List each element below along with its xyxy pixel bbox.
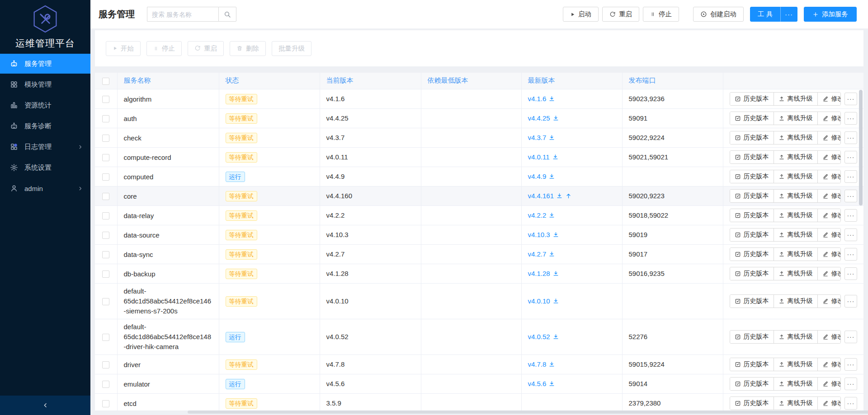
latest-version-link[interactable]: v4.3.7	[528, 131, 556, 144]
history-versions-button[interactable]: 历史版本	[730, 151, 774, 163]
modify-button[interactable]: 修改	[818, 209, 841, 222]
offline-upgrade-button[interactable]: 离线升级	[774, 131, 818, 144]
offline-upgrade-button[interactable]: 离线升级	[774, 267, 818, 280]
row-more-button[interactable]: ···	[844, 151, 857, 163]
row-more-button[interactable]: ···	[844, 112, 857, 125]
modify-button[interactable]: 修改	[818, 190, 841, 202]
latest-version-link[interactable]: v4.4.25	[528, 112, 559, 125]
offline-upgrade-button[interactable]: 离线升级	[774, 358, 818, 371]
download-icon[interactable]	[548, 361, 555, 368]
history-versions-button[interactable]: 历史版本	[730, 93, 774, 105]
latest-version-link[interactable]: v4.5.6	[528, 378, 556, 390]
latest-version-link[interactable]: v4.0.11	[528, 151, 559, 163]
row-checkbox[interactable]	[102, 135, 109, 142]
row-checkbox[interactable]	[102, 334, 109, 341]
offline-upgrade-button[interactable]: 离线升级	[774, 112, 818, 125]
modify-button[interactable]: 修改	[818, 358, 841, 371]
restart-button[interactable]: 重启	[602, 7, 639, 22]
offline-upgrade-button[interactable]: 离线升级	[774, 228, 818, 241]
download-icon[interactable]	[548, 251, 555, 257]
row-more-button[interactable]: ···	[844, 190, 857, 202]
row-more-button[interactable]: ···	[844, 267, 857, 280]
latest-version-link[interactable]: v4.2.7	[528, 248, 556, 261]
history-versions-button[interactable]: 历史版本	[730, 295, 774, 308]
history-versions-button[interactable]: 历史版本	[730, 228, 774, 241]
row-checkbox[interactable]	[102, 381, 109, 388]
row-more-button[interactable]: ···	[844, 209, 857, 222]
row-checkbox[interactable]	[102, 173, 109, 181]
latest-version-link[interactable]: v4.0.52	[528, 331, 559, 343]
modify-button[interactable]: 修改	[818, 378, 841, 390]
modify-button[interactable]: 修改	[818, 228, 841, 241]
bulk-restart-button[interactable]: 重启	[188, 41, 224, 56]
row-more-button[interactable]: ···	[844, 295, 857, 308]
offline-upgrade-button[interactable]: 离线升级	[774, 397, 818, 410]
history-versions-button[interactable]: 历史版本	[730, 397, 774, 410]
bulk-start-button[interactable]: 开始	[106, 41, 141, 56]
row-checkbox[interactable]	[102, 212, 109, 219]
latest-version-link[interactable]: v4.1.28	[528, 267, 559, 280]
row-more-button[interactable]: ···	[844, 358, 857, 371]
modify-button[interactable]: 修改	[818, 248, 841, 261]
bulk-stop-button[interactable]: 停止	[146, 41, 182, 56]
row-more-button[interactable]: ···	[844, 170, 857, 183]
history-versions-button[interactable]: 历史版本	[730, 190, 774, 202]
sidebar-item-service-diagnosis[interactable]: 服务诊断	[0, 116, 90, 136]
offline-upgrade-button[interactable]: 离线升级	[774, 209, 818, 222]
search-input[interactable]	[147, 7, 218, 22]
download-icon[interactable]	[552, 270, 559, 277]
offline-upgrade-button[interactable]: 离线升级	[774, 378, 818, 390]
sidebar-item-module-management[interactable]: 模块管理	[0, 75, 90, 94]
download-icon[interactable]	[548, 380, 555, 387]
column-header-service-name[interactable]: 服务名称	[117, 73, 219, 89]
offline-upgrade-button[interactable]: 离线升级	[774, 295, 818, 308]
download-icon[interactable]	[552, 231, 559, 238]
row-checkbox[interactable]	[102, 96, 109, 103]
download-icon[interactable]	[552, 333, 559, 340]
search-button[interactable]	[218, 7, 236, 22]
latest-version-link[interactable]: v4.1.6	[528, 93, 556, 105]
row-checkbox[interactable]	[102, 251, 109, 258]
download-icon[interactable]	[548, 212, 555, 219]
select-all-checkbox[interactable]	[102, 78, 109, 85]
row-checkbox[interactable]	[102, 270, 109, 278]
modify-button[interactable]: 修改	[818, 295, 841, 308]
history-versions-button[interactable]: 历史版本	[730, 378, 774, 390]
row-more-button[interactable]: ···	[844, 331, 857, 343]
bulk-delete-button[interactable]: 删除	[230, 41, 266, 56]
latest-version-link[interactable]: v4.4.161	[528, 190, 572, 202]
row-more-button[interactable]: ···	[844, 93, 857, 105]
offline-upgrade-button[interactable]: 离线升级	[774, 170, 818, 183]
modify-button[interactable]: 修改	[818, 131, 841, 144]
modify-button[interactable]: 修改	[818, 267, 841, 280]
tools-more-button[interactable]: ···	[780, 7, 797, 22]
sidebar-item-admin[interactable]: admin	[0, 178, 90, 198]
tools-button[interactable]: 工具	[750, 7, 780, 22]
row-more-button[interactable]: ···	[844, 248, 857, 261]
row-more-button[interactable]: ···	[844, 228, 857, 241]
offline-upgrade-button[interactable]: 离线升级	[774, 93, 818, 105]
stop-button[interactable]: 停止	[643, 7, 679, 22]
history-versions-button[interactable]: 历史版本	[730, 112, 774, 125]
modify-button[interactable]: 修改	[818, 112, 841, 125]
history-versions-button[interactable]: 历史版本	[730, 131, 774, 144]
offline-upgrade-button[interactable]: 离线升级	[774, 331, 818, 343]
modify-button[interactable]: 修改	[818, 170, 841, 183]
history-versions-button[interactable]: 历史版本	[730, 209, 774, 222]
latest-version-link[interactable]: v4.0.10	[528, 295, 559, 308]
column-header-publish-ports[interactable]: 发布端口	[622, 73, 723, 89]
offline-upgrade-button[interactable]: 离线升级	[774, 248, 818, 261]
latest-version-link[interactable]: v4.4.9	[528, 170, 556, 183]
vertical-scrollbar-thumb[interactable]	[859, 90, 863, 205]
column-header-min-dependency-version[interactable]: 依赖最低版本	[421, 73, 521, 89]
history-versions-button[interactable]: 历史版本	[730, 358, 774, 371]
sidebar-collapse-button[interactable]	[0, 396, 90, 415]
row-checkbox[interactable]	[102, 298, 109, 305]
history-versions-button[interactable]: 历史版本	[730, 267, 774, 280]
download-icon[interactable]	[548, 134, 555, 141]
modify-button[interactable]: 修改	[818, 93, 841, 105]
sidebar-item-service-management[interactable]: 服务管理	[0, 54, 90, 74]
download-icon[interactable]	[552, 298, 559, 304]
start-button[interactable]: 启动	[563, 7, 599, 22]
add-service-button[interactable]: 添加服务	[804, 7, 857, 22]
